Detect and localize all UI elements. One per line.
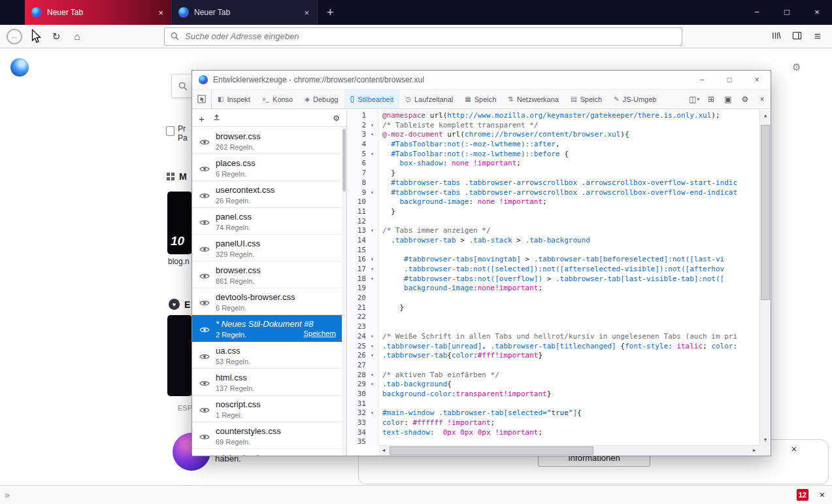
code-line[interactable]: 34text-shadow: 0px 0px 0px !important; bbox=[347, 428, 759, 438]
pocket-story-tile[interactable] bbox=[167, 315, 192, 396]
stylesheet-item[interactable]: noscript.css1 Regel. bbox=[192, 395, 342, 422]
code-line[interactable]: 12 bbox=[347, 217, 759, 227]
forward-button[interactable]: → bbox=[25, 31, 46, 42]
stylesheet-item[interactable]: panel.css74 Regeln. bbox=[192, 208, 342, 235]
back-button[interactable]: ← bbox=[4, 29, 25, 44]
devtools-tab-console[interactable]: »_Konso bbox=[256, 90, 299, 109]
home-button[interactable]: ⌂ bbox=[67, 31, 88, 42]
stylesheet-item[interactable]: panelUI.css329 Regeln. bbox=[192, 235, 342, 261]
new-tab-button[interactable]: + bbox=[318, 0, 343, 25]
code-line[interactable]: 14 .tabbrowser-tab > .tab-stack > .tab-b… bbox=[347, 236, 759, 246]
url-bar[interactable] bbox=[164, 27, 682, 46]
stylesheet-item[interactable]: browser.css861 Regeln. bbox=[192, 261, 342, 288]
window-minimize-button[interactable]: − bbox=[742, 0, 772, 25]
code-line[interactable]: 15 bbox=[347, 246, 759, 256]
code-line[interactable]: 26▾.tabbrowser-tab{color:#fff!important} bbox=[347, 351, 759, 361]
newtab-settings-gear-icon[interactable]: ⚙ bbox=[792, 61, 801, 73]
stylesheet-item[interactable]: places.css6 Regeln. bbox=[192, 154, 342, 181]
devtools-maximize-button[interactable]: □ bbox=[716, 71, 743, 89]
code-line[interactable]: 29▾.tab-background{ bbox=[347, 380, 759, 390]
code-line[interactable]: 7 } bbox=[347, 169, 759, 178]
responsive-design-button[interactable]: ⊞ bbox=[703, 90, 720, 109]
code-line[interactable]: 28▾/* aktiven Tab einfärben */ bbox=[347, 371, 759, 380]
stylesheet-item[interactable]: counterstyles.css69 Regeln. bbox=[192, 422, 342, 449]
devtools-titlebar[interactable]: Entwicklerwerkzeuge - chrome://browser/c… bbox=[192, 71, 771, 90]
fold-marker-icon[interactable]: ▾ bbox=[366, 342, 378, 352]
devtools-tab-style-editor[interactable]: {}Stilbearbeit bbox=[344, 90, 400, 109]
scroll-up-icon[interactable]: ▲ bbox=[760, 110, 771, 121]
code-line[interactable]: 8 #tabbrowser-tabs .tabbrowser-arrowscro… bbox=[347, 178, 759, 188]
stylesheet-item[interactable]: * Neues Stil-Dokument #82 Regeln.Speiche… bbox=[192, 315, 342, 342]
code-line[interactable]: 22 bbox=[347, 312, 759, 322]
sidebar-scrollbar[interactable] bbox=[342, 127, 346, 456]
devtools-minimize-button[interactable]: − bbox=[688, 71, 716, 89]
dock-side-button[interactable]: ◫▾ bbox=[686, 90, 703, 109]
visibility-eye-icon[interactable] bbox=[199, 190, 210, 202]
fold-marker-icon[interactable]: ▾ bbox=[366, 275, 378, 284]
visibility-eye-icon[interactable] bbox=[199, 324, 210, 336]
visibility-eye-icon[interactable] bbox=[199, 137, 210, 148]
fold-marker-icon[interactable]: ▾ bbox=[366, 150, 378, 160]
stylesheet-item[interactable]: minimal-xul.css bbox=[192, 449, 342, 456]
code-line[interactable]: 27 bbox=[347, 361, 759, 371]
stylesheet-item[interactable]: devtools-browser.css6 Regeln. bbox=[192, 288, 342, 315]
save-link[interactable]: Speichern bbox=[303, 329, 336, 337]
fold-marker-icon[interactable]: ▾ bbox=[366, 226, 378, 236]
fold-marker-icon[interactable]: ▾ bbox=[366, 255, 378, 265]
window-button[interactable]: ▣ bbox=[720, 90, 737, 109]
fold-marker-icon[interactable]: ▾ bbox=[366, 121, 378, 131]
devtools-tab-storage[interactable]: ▤Speich bbox=[565, 90, 608, 109]
browser-tab-2[interactable]: Neuer Tab × bbox=[171, 0, 318, 25]
scroll-right-icon[interactable]: ▶ bbox=[749, 446, 759, 456]
visibility-eye-icon[interactable] bbox=[199, 297, 210, 309]
scrollbar-thumb[interactable] bbox=[342, 129, 346, 192]
window-maximize-button[interactable]: □ bbox=[772, 0, 802, 25]
code-line[interactable]: 9▾ #tabbrowser-tabs .tabbrowser-arrowscr… bbox=[347, 188, 759, 198]
library-icon[interactable] bbox=[765, 31, 786, 42]
devtools-tab-inspector[interactable]: ◧Inspekt bbox=[212, 90, 256, 109]
bottom-bar-close-icon[interactable]: × bbox=[820, 490, 825, 500]
devtools-close-button[interactable]: × bbox=[754, 90, 771, 109]
code-editor[interactable]: 1@namespace url(http://www.mozilla.org/k… bbox=[347, 110, 771, 456]
code-line[interactable]: 18▾ #tabbrowser-tabs:not([overflow]) > .… bbox=[347, 275, 759, 284]
code-line[interactable]: 23 bbox=[347, 322, 759, 332]
editor-vertical-scrollbar[interactable]: ▲ ▼ bbox=[759, 110, 771, 445]
devtools-tab-memory[interactable]: ▦Speich bbox=[459, 90, 502, 109]
code-line[interactable]: 21 } bbox=[347, 303, 759, 313]
window-close-button[interactable]: × bbox=[802, 0, 832, 25]
code-line[interactable]: 35 bbox=[347, 437, 759, 445]
popup-close-icon[interactable]: × bbox=[791, 444, 797, 454]
code-line[interactable]: 13▾/* Tabs immer anzeigen */ bbox=[347, 226, 759, 236]
stylesheet-item[interactable]: usercontext.css26 Regeln. bbox=[192, 181, 342, 208]
code-line[interactable]: 16▾ #tabbrowser-tabs[movingtab] > .tabbr… bbox=[347, 255, 759, 265]
code-line[interactable]: 31 bbox=[347, 399, 759, 409]
devtools-tab-performance[interactable]: ◷Laufzeitanal bbox=[399, 90, 459, 109]
tab-close-icon[interactable]: × bbox=[303, 8, 310, 18]
code-line[interactable]: 30background-color:transparent!important… bbox=[347, 390, 759, 399]
visibility-eye-icon[interactable] bbox=[199, 431, 210, 443]
code-line[interactable]: 32▾#main-window .tabbrowser-tab[selected… bbox=[347, 409, 759, 418]
visibility-eye-icon[interactable] bbox=[199, 351, 210, 363]
visibility-eye-icon[interactable] bbox=[199, 217, 210, 229]
stylesheet-item[interactable]: ua.css53 Regeln. bbox=[192, 342, 342, 369]
tab-close-icon[interactable]: × bbox=[157, 8, 165, 18]
top-site-tile[interactable]: 10 bbox=[167, 192, 192, 254]
devtools-close-button[interactable]: × bbox=[743, 71, 771, 89]
code-line[interactable]: 17▾ .tabbrowser-tab:not([selected]):not(… bbox=[347, 265, 759, 275]
fold-marker-icon[interactable]: ▾ bbox=[366, 409, 378, 418]
code-line[interactable]: 3▾@-moz-document url(chrome://browser/co… bbox=[347, 130, 759, 140]
styleeditor-options-button[interactable]: ⚙ bbox=[333, 114, 340, 123]
code-line[interactable]: 20 bbox=[347, 294, 759, 303]
match-count-badge[interactable]: 12 bbox=[797, 489, 808, 501]
code-line[interactable]: 1@namespace url(http://www.mozilla.org/k… bbox=[347, 111, 759, 121]
code-line[interactable]: 24▾/* Weiße Schrift in allen Tabs und he… bbox=[347, 332, 759, 342]
element-picker-button[interactable] bbox=[192, 90, 212, 109]
fold-marker-icon[interactable]: ▾ bbox=[366, 130, 378, 140]
scroll-down-icon[interactable]: ▼ bbox=[760, 435, 771, 445]
code-line[interactable]: 25▾.tabbrowser-tab[unread], .tabbrowser-… bbox=[347, 342, 759, 352]
visibility-eye-icon[interactable] bbox=[199, 405, 210, 416]
scrollbar-thumb[interactable] bbox=[761, 125, 770, 300]
visibility-eye-icon[interactable] bbox=[199, 163, 210, 175]
visibility-eye-icon[interactable] bbox=[199, 271, 210, 282]
url-input[interactable] bbox=[184, 31, 676, 42]
